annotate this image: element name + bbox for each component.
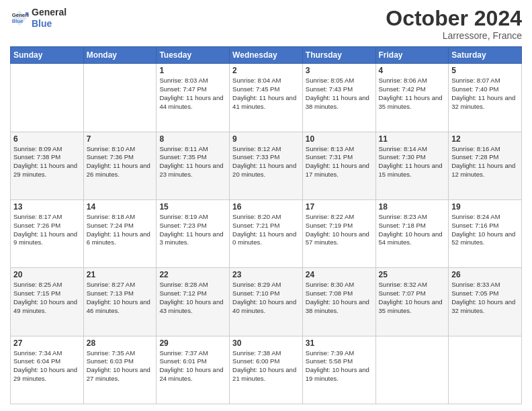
weekday-header-row: SundayMondayTuesdayWednesdayThursdayFrid…: [11, 47, 522, 64]
calendar-cell: 9Sunrise: 8:12 AM Sunset: 7:33 PM Daylig…: [230, 132, 303, 199]
month-title: October 2024: [386, 7, 522, 30]
cell-sun-info: Sunrise: 8:09 AM Sunset: 7:38 PM Dayligh…: [13, 145, 81, 179]
cell-sun-info: Sunrise: 8:13 AM Sunset: 7:31 PM Dayligh…: [306, 145, 373, 179]
day-number: 12: [451, 134, 519, 144]
cell-sun-info: Sunrise: 8:23 AM Sunset: 7:18 PM Dayligh…: [379, 213, 446, 247]
calendar-cell: 26Sunrise: 8:33 AM Sunset: 7:05 PM Dayli…: [449, 268, 522, 336]
day-number: 17: [306, 202, 373, 212]
day-number: 30: [232, 338, 300, 348]
calendar-cell: 2Sunrise: 8:04 AM Sunset: 7:45 PM Daylig…: [230, 64, 303, 132]
cell-sun-info: Sunrise: 8:07 AM Sunset: 7:40 PM Dayligh…: [451, 77, 519, 111]
day-number: 29: [159, 338, 226, 348]
cell-sun-info: Sunrise: 8:17 AM Sunset: 7:26 PM Dayligh…: [13, 213, 81, 247]
day-number: 3: [306, 66, 373, 75]
calendar-cell: 5Sunrise: 8:07 AM Sunset: 7:40 PM Daylig…: [449, 64, 522, 132]
day-number: 13: [13, 202, 81, 212]
day-number: 5: [451, 66, 519, 75]
location: Larressore, France: [386, 30, 522, 41]
weekday-header: Saturday: [449, 47, 522, 64]
calendar-cell: 20Sunrise: 8:25 AM Sunset: 7:15 PM Dayli…: [11, 268, 84, 336]
calendar-cell: 27Sunrise: 7:34 AM Sunset: 6:04 PM Dayli…: [11, 336, 84, 404]
calendar-cell: 1Sunrise: 8:03 AM Sunset: 7:47 PM Daylig…: [157, 64, 230, 132]
calendar-week-row: 13Sunrise: 8:17 AM Sunset: 7:26 PM Dayli…: [11, 199, 522, 267]
calendar-week-row: 6Sunrise: 8:09 AM Sunset: 7:38 PM Daylig…: [11, 132, 522, 199]
calendar-cell: 14Sunrise: 8:18 AM Sunset: 7:24 PM Dayli…: [83, 199, 157, 267]
calendar-cell: 7Sunrise: 8:10 AM Sunset: 7:36 PM Daylig…: [83, 132, 157, 199]
cell-sun-info: Sunrise: 8:14 AM Sunset: 7:30 PM Dayligh…: [379, 145, 446, 179]
svg-text:Blue: Blue: [12, 18, 24, 24]
calendar-cell: 12Sunrise: 8:16 AM Sunset: 7:28 PM Dayli…: [449, 132, 522, 199]
weekday-header: Tuesday: [157, 47, 230, 64]
cell-sun-info: Sunrise: 8:10 AM Sunset: 7:36 PM Dayligh…: [87, 145, 154, 179]
calendar-table: SundayMondayTuesdayWednesdayThursdayFrid…: [10, 46, 522, 404]
cell-sun-info: Sunrise: 8:28 AM Sunset: 7:12 PM Dayligh…: [159, 281, 226, 315]
calendar-cell: 6Sunrise: 8:09 AM Sunset: 7:38 PM Daylig…: [11, 132, 84, 199]
calendar-cell: [11, 64, 84, 132]
cell-sun-info: Sunrise: 8:24 AM Sunset: 7:16 PM Dayligh…: [451, 213, 519, 247]
cell-sun-info: Sunrise: 8:18 AM Sunset: 7:24 PM Dayligh…: [87, 213, 154, 247]
logo-icon: General Blue: [10, 9, 29, 28]
cell-sun-info: Sunrise: 8:22 AM Sunset: 7:19 PM Dayligh…: [306, 213, 373, 247]
title-area: October 2024 Larressore, France: [386, 7, 522, 41]
calendar-cell: 21Sunrise: 8:27 AM Sunset: 7:13 PM Dayli…: [83, 268, 157, 336]
calendar-cell: [375, 336, 449, 404]
cell-sun-info: Sunrise: 7:39 AM Sunset: 5:58 PM Dayligh…: [306, 349, 373, 383]
day-number: 8: [159, 134, 226, 144]
calendar-cell: [83, 64, 157, 132]
day-number: 6: [13, 134, 81, 144]
cell-sun-info: Sunrise: 7:34 AM Sunset: 6:04 PM Dayligh…: [13, 349, 81, 383]
cell-sun-info: Sunrise: 8:11 AM Sunset: 7:35 PM Dayligh…: [159, 145, 226, 179]
calendar-week-row: 20Sunrise: 8:25 AM Sunset: 7:15 PM Dayli…: [11, 268, 522, 336]
day-number: 28: [87, 338, 154, 348]
weekday-header: Thursday: [302, 47, 375, 64]
day-number: 2: [232, 66, 300, 75]
day-number: 26: [451, 270, 519, 279]
calendar-cell: 13Sunrise: 8:17 AM Sunset: 7:26 PM Dayli…: [11, 199, 84, 267]
day-number: 25: [379, 270, 446, 279]
day-number: 21: [87, 270, 154, 279]
calendar-cell: 29Sunrise: 7:37 AM Sunset: 6:01 PM Dayli…: [157, 336, 230, 404]
calendar-cell: 18Sunrise: 8:23 AM Sunset: 7:18 PM Dayli…: [375, 199, 449, 267]
cell-sun-info: Sunrise: 8:30 AM Sunset: 7:08 PM Dayligh…: [306, 281, 373, 315]
cell-sun-info: Sunrise: 8:16 AM Sunset: 7:28 PM Dayligh…: [451, 145, 519, 179]
calendar-cell: 16Sunrise: 8:20 AM Sunset: 7:21 PM Dayli…: [230, 199, 303, 267]
cell-sun-info: Sunrise: 7:35 AM Sunset: 6:03 PM Dayligh…: [87, 349, 154, 383]
day-number: 11: [379, 134, 446, 144]
logo: General Blue GeneralBlue: [10, 7, 66, 30]
day-number: 24: [306, 270, 373, 279]
day-number: 10: [306, 134, 373, 144]
calendar-cell: 3Sunrise: 8:05 AM Sunset: 7:43 PM Daylig…: [302, 64, 375, 132]
calendar-cell: 28Sunrise: 7:35 AM Sunset: 6:03 PM Dayli…: [83, 336, 157, 404]
calendar-cell: 11Sunrise: 8:14 AM Sunset: 7:30 PM Dayli…: [375, 132, 449, 199]
day-number: 18: [379, 202, 446, 212]
cell-sun-info: Sunrise: 8:27 AM Sunset: 7:13 PM Dayligh…: [87, 281, 154, 315]
calendar-week-row: 1Sunrise: 8:03 AM Sunset: 7:47 PM Daylig…: [11, 64, 522, 132]
day-number: 31: [306, 338, 373, 348]
cell-sun-info: Sunrise: 8:25 AM Sunset: 7:15 PM Dayligh…: [13, 281, 81, 315]
cell-sun-info: Sunrise: 8:29 AM Sunset: 7:10 PM Dayligh…: [232, 281, 300, 315]
logo-text: GeneralBlue: [32, 7, 66, 30]
day-number: 9: [232, 134, 300, 144]
cell-sun-info: Sunrise: 8:05 AM Sunset: 7:43 PM Dayligh…: [306, 77, 373, 111]
calendar-cell: 24Sunrise: 8:30 AM Sunset: 7:08 PM Dayli…: [302, 268, 375, 336]
weekday-header: Wednesday: [230, 47, 303, 64]
day-number: 14: [87, 202, 154, 212]
calendar-cell: 31Sunrise: 7:39 AM Sunset: 5:58 PM Dayli…: [302, 336, 375, 404]
cell-sun-info: Sunrise: 8:32 AM Sunset: 7:07 PM Dayligh…: [379, 281, 446, 315]
cell-sun-info: Sunrise: 8:06 AM Sunset: 7:42 PM Dayligh…: [379, 77, 446, 111]
day-number: 23: [232, 270, 300, 279]
day-number: 1: [159, 66, 226, 75]
day-number: 15: [159, 202, 226, 212]
calendar-cell: 19Sunrise: 8:24 AM Sunset: 7:16 PM Dayli…: [449, 199, 522, 267]
cell-sun-info: Sunrise: 8:12 AM Sunset: 7:33 PM Dayligh…: [232, 145, 300, 179]
cell-sun-info: Sunrise: 7:38 AM Sunset: 6:00 PM Dayligh…: [232, 349, 300, 383]
day-number: 4: [379, 66, 446, 75]
calendar-cell: 4Sunrise: 8:06 AM Sunset: 7:42 PM Daylig…: [375, 64, 449, 132]
cell-sun-info: Sunrise: 7:37 AM Sunset: 6:01 PM Dayligh…: [159, 349, 226, 383]
calendar-cell: [449, 336, 522, 404]
weekday-header: Friday: [375, 47, 449, 64]
calendar-cell: 23Sunrise: 8:29 AM Sunset: 7:10 PM Dayli…: [230, 268, 303, 336]
calendar-cell: 17Sunrise: 8:22 AM Sunset: 7:19 PM Dayli…: [302, 199, 375, 267]
day-number: 7: [87, 134, 154, 144]
page: General Blue GeneralBlue October 2024 La…: [0, 0, 532, 411]
